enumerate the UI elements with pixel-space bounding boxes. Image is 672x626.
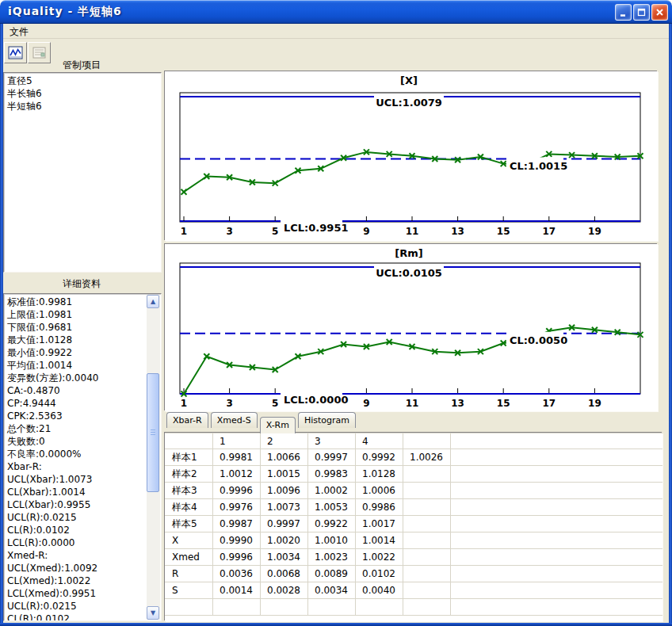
table-cell[interactable] bbox=[403, 532, 451, 549]
table-cell[interactable] bbox=[451, 582, 662, 599]
rm-chart-panel: [Rm]13591113151719UCL:0.0105CL:0.0050LCL… bbox=[165, 244, 658, 411]
table-cell[interactable]: 0.9990 bbox=[213, 532, 261, 549]
table-cell[interactable] bbox=[403, 499, 451, 516]
table-cell[interactable]: 0.0089 bbox=[308, 566, 356, 582]
table-cell[interactable]: 0.0028 bbox=[261, 582, 308, 599]
table-cell[interactable]: 0.9986 bbox=[356, 499, 403, 516]
table-cell[interactable]: 0.9981 bbox=[213, 449, 261, 466]
table-row: 样本21.00121.00150.99831.0128 bbox=[166, 466, 662, 483]
table-cell[interactable] bbox=[403, 566, 451, 582]
detail-item: 总个数:21 bbox=[7, 422, 147, 435]
control-items-header: 管制项目 bbox=[3, 59, 160, 72]
table-cell[interactable]: 0.0102 bbox=[356, 566, 403, 582]
table-cell[interactable] bbox=[213, 599, 261, 616]
maximize-icon bbox=[636, 7, 647, 17]
table-cell[interactable] bbox=[403, 582, 451, 599]
tab-xbar-r[interactable]: Xbar-R bbox=[166, 412, 208, 428]
table-cell[interactable] bbox=[308, 599, 356, 616]
table-row: 样本40.99761.00731.00530.9986 bbox=[166, 499, 662, 516]
svg-text:[Rm]: [Rm] bbox=[395, 247, 422, 259]
table-cell[interactable]: 1.0022 bbox=[356, 549, 403, 566]
table-cell[interactable]: 0.9922 bbox=[308, 516, 356, 532]
table-cell[interactable]: 0.0036 bbox=[213, 566, 261, 582]
table-cell[interactable]: 1.0053 bbox=[308, 499, 356, 516]
row-header: 样本2 bbox=[166, 466, 213, 483]
column-header bbox=[403, 433, 451, 449]
table-cell[interactable] bbox=[403, 599, 451, 616]
table-cell[interactable] bbox=[451, 516, 662, 532]
table-cell[interactable]: 1.0014 bbox=[356, 532, 403, 549]
tab-x-rm[interactable]: X-Rm bbox=[260, 417, 296, 433]
maximize-button[interactable] bbox=[633, 4, 650, 21]
close-button[interactable] bbox=[651, 4, 668, 21]
table-cell[interactable]: 0.9996 bbox=[213, 483, 261, 499]
table-cell[interactable]: 1.0012 bbox=[213, 466, 261, 483]
svg-text:19: 19 bbox=[588, 398, 601, 409]
table-cell[interactable]: 0.9997 bbox=[308, 449, 356, 466]
detail-item: 最小值:0.9922 bbox=[7, 346, 147, 359]
table-cell[interactable]: 0.0014 bbox=[213, 582, 261, 599]
scroll-down-button[interactable]: ▼ bbox=[147, 606, 159, 620]
table-cell[interactable]: 1.0096 bbox=[261, 483, 308, 499]
minimize-button[interactable] bbox=[615, 4, 632, 21]
window-title: iQuality - 半短轴6 bbox=[8, 5, 122, 19]
scroll-up-button[interactable]: ▲ bbox=[147, 295, 159, 308]
control-item[interactable]: 半短轴6 bbox=[7, 100, 161, 113]
table-cell[interactable] bbox=[403, 466, 451, 483]
table-row: R0.00360.00680.00890.0102 bbox=[166, 566, 662, 582]
scroll-thumb[interactable] bbox=[147, 373, 159, 492]
details-scrollbar[interactable]: ▲ ▼ bbox=[147, 295, 160, 620]
table-cell[interactable] bbox=[451, 466, 662, 483]
detail-item: LCL(Xbar):0.9955 bbox=[7, 498, 147, 511]
table-cell[interactable]: 0.9996 bbox=[213, 549, 261, 566]
svg-text:19: 19 bbox=[588, 226, 601, 237]
table-cell[interactable] bbox=[451, 499, 662, 516]
table-cell[interactable]: 0.9992 bbox=[356, 449, 403, 466]
table-cell[interactable]: 1.0073 bbox=[261, 499, 308, 516]
table-cell[interactable]: 0.0034 bbox=[308, 582, 356, 599]
detail-item: CL(R):0.0102 bbox=[7, 524, 147, 536]
table-cell[interactable]: 1.0026 bbox=[403, 449, 451, 466]
table-cell[interactable]: 0.0040 bbox=[356, 582, 403, 599]
table-cell[interactable]: 1.0128 bbox=[356, 466, 403, 483]
table-cell[interactable]: 1.0066 bbox=[261, 449, 308, 466]
table-cell[interactable] bbox=[451, 483, 662, 499]
table-cell[interactable]: 1.0023 bbox=[308, 549, 356, 566]
table-cell[interactable] bbox=[451, 532, 662, 549]
table-cell[interactable] bbox=[451, 549, 662, 566]
table-cell[interactable]: 0.9997 bbox=[261, 516, 308, 532]
table-cell[interactable]: 0.9987 bbox=[213, 516, 261, 532]
column-header bbox=[451, 433, 662, 449]
table-cell[interactable]: 0.9983 bbox=[308, 466, 356, 483]
menu-item-file[interactable]: 文件 bbox=[3, 24, 35, 40]
svg-text:9: 9 bbox=[363, 398, 369, 409]
table-cell[interactable] bbox=[261, 599, 308, 616]
table-cell[interactable]: 1.0034 bbox=[261, 549, 308, 566]
tab-xmed-s[interactable]: Xmed-S bbox=[211, 412, 258, 428]
table-cell[interactable]: 1.0017 bbox=[356, 516, 403, 532]
control-item[interactable]: 直径5 bbox=[7, 74, 161, 87]
control-item[interactable]: 半长轴6 bbox=[7, 87, 161, 100]
detail-item: Xmed-R: bbox=[7, 549, 147, 562]
table-cell[interactable]: 0.9976 bbox=[213, 499, 261, 516]
table-cell[interactable] bbox=[403, 549, 451, 566]
table-cell[interactable] bbox=[451, 599, 662, 616]
tab-histogram[interactable]: Histogram bbox=[298, 412, 356, 428]
table-cell[interactable]: 1.0006 bbox=[356, 483, 403, 499]
row-header: S bbox=[166, 582, 213, 599]
table-cell[interactable]: 1.0010 bbox=[308, 532, 356, 549]
table-cell[interactable] bbox=[403, 483, 451, 499]
table-cell[interactable]: 1.0015 bbox=[261, 466, 308, 483]
table-cell[interactable]: 1.0002 bbox=[308, 483, 356, 499]
table-cell[interactable]: 0.0068 bbox=[261, 566, 308, 582]
app-window: iQuality - 半短轴6 文件 bbox=[0, 0, 672, 626]
table-cell[interactable] bbox=[451, 566, 662, 582]
table-cell[interactable]: 1.0020 bbox=[261, 532, 308, 549]
table-cell[interactable] bbox=[356, 599, 403, 616]
svg-text:LCL:0.9951: LCL:0.9951 bbox=[284, 222, 348, 234]
detail-item: LCL(Xmed):0.9951 bbox=[7, 587, 147, 600]
svg-text:LCL:0.0000: LCL:0.0000 bbox=[284, 394, 348, 406]
column-header: 1 bbox=[213, 433, 261, 449]
table-cell[interactable] bbox=[403, 516, 451, 532]
table-cell[interactable] bbox=[451, 449, 662, 466]
